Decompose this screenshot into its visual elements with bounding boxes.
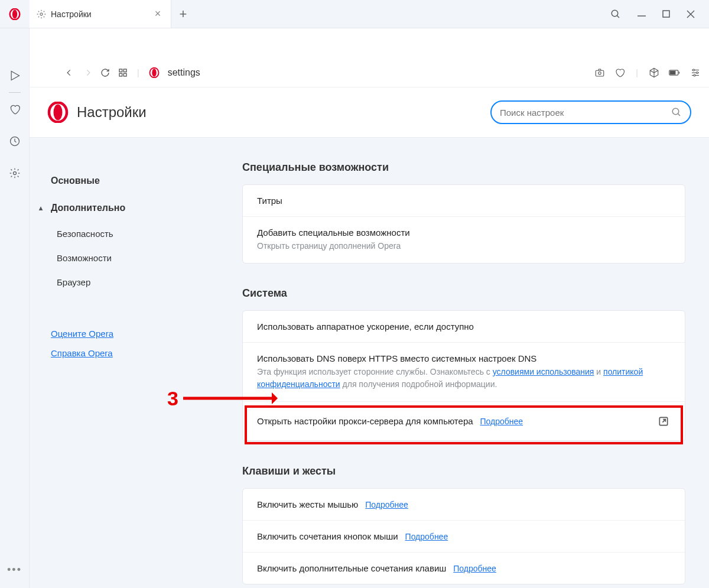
reload-button[interactable] <box>100 68 110 77</box>
heart-icon[interactable] <box>9 103 21 115</box>
row-advanced-shortcuts[interactable]: Включить дополнительные сочетания клавиш… <box>243 553 685 584</box>
row-dns-https[interactable]: Использовать DNS поверх HTTPS вместо сис… <box>243 343 685 402</box>
svg-rect-14 <box>119 73 122 76</box>
proxy-more-link[interactable]: Подробнее <box>480 417 523 426</box>
opera-logo-icon <box>149 67 160 78</box>
svg-point-3 <box>612 10 618 17</box>
play-icon[interactable] <box>9 70 21 82</box>
sidebar-item-security[interactable]: Безопасность <box>51 222 207 246</box>
tab-title: Настройки <box>51 9 147 19</box>
settings-main: Специальные возможности Титры Добавить с… <box>207 138 709 588</box>
row-captions[interactable]: Титры <box>243 185 685 217</box>
svg-rect-15 <box>123 73 126 76</box>
section-system-title: Система <box>242 287 685 300</box>
close-icon[interactable]: × <box>152 8 164 20</box>
search-input[interactable] <box>490 100 691 124</box>
system-card: Использовать аппаратное ускорение, если … <box>242 310 685 441</box>
row-rocker-gestures[interactable]: Включить сочетания кнопок мыши Подробнее <box>243 521 685 553</box>
browser-tab[interactable]: Настройки × <box>30 0 171 28</box>
speed-dial-icon[interactable] <box>118 68 128 77</box>
svg-rect-6 <box>663 11 669 17</box>
settings-rail-icon[interactable] <box>9 167 21 179</box>
history-icon[interactable] <box>9 135 21 147</box>
svg-point-30 <box>54 105 63 121</box>
section-accessibility-title: Специальные возможности <box>242 161 685 174</box>
svg-point-1 <box>12 9 17 18</box>
accessibility-card: Титры Добавить специальные возможности О… <box>242 184 685 264</box>
battery-icon[interactable] <box>669 69 681 77</box>
more-link[interactable]: Подробнее <box>365 500 408 509</box>
maximize-button[interactable] <box>662 10 670 18</box>
window-controls <box>610 0 709 28</box>
row-add-accessibility[interactable]: Добавить специальные возможности Открыть… <box>243 217 685 263</box>
snapshot-icon[interactable] <box>594 67 605 78</box>
row-proxy-settings[interactable]: Открыть настройки прокси-сервера для ком… <box>243 402 685 441</box>
back-button[interactable] <box>65 69 73 77</box>
url-text[interactable]: settings <box>168 67 200 78</box>
new-tab-button[interactable]: + <box>171 0 195 28</box>
svg-point-17 <box>152 69 157 77</box>
search-field[interactable] <box>500 108 671 118</box>
section-shortcuts-title: Клавиши и жесты <box>242 465 685 477</box>
svg-point-31 <box>672 108 679 115</box>
svg-rect-18 <box>596 70 604 76</box>
svg-rect-13 <box>123 69 126 72</box>
svg-rect-21 <box>671 71 675 74</box>
settings-header: Настройки <box>30 87 709 138</box>
search-icon <box>671 107 682 118</box>
more-link[interactable]: Подробнее <box>453 564 496 573</box>
row-hardware-accel[interactable]: Использовать аппаратное ускорение, если … <box>243 311 685 343</box>
external-link-icon[interactable] <box>658 415 669 427</box>
page-title: Настройки <box>77 104 147 121</box>
sidebar-item-browser[interactable]: Браузер <box>51 270 207 294</box>
search-icon[interactable] <box>610 9 621 20</box>
opera-logo-icon <box>47 102 69 123</box>
svg-point-27 <box>697 72 698 73</box>
callout-arrow <box>183 391 278 405</box>
sidebar-item-advanced[interactable]: Дополнительно <box>51 194 207 222</box>
easy-setup-icon[interactable] <box>690 67 701 78</box>
svg-line-32 <box>678 113 680 116</box>
svg-line-4 <box>617 15 619 18</box>
minimize-button[interactable] <box>638 10 646 18</box>
gear-icon <box>37 9 46 19</box>
left-rail: ••• <box>0 28 30 588</box>
svg-point-26 <box>693 69 695 71</box>
shortcuts-card: Включить жесты мышью Подробнее Включить … <box>242 488 685 584</box>
svg-rect-12 <box>119 69 122 72</box>
svg-point-28 <box>694 74 695 76</box>
svg-marker-35 <box>272 392 278 404</box>
close-window-button[interactable] <box>687 10 695 18</box>
bookmark-heart-icon[interactable] <box>614 67 625 78</box>
sidebar-item-features[interactable]: Возможности <box>51 246 207 270</box>
svg-point-2 <box>40 13 43 15</box>
forward-button[interactable] <box>84 69 92 77</box>
settings-sidebar: Основные Дополнительно Безопасность Возм… <box>30 138 207 588</box>
sidebar-link-rate[interactable]: Оцените Opera <box>51 324 207 343</box>
address-bar: | settings | <box>30 58 709 87</box>
svg-point-11 <box>13 172 16 175</box>
more-icon[interactable]: ••• <box>7 564 22 576</box>
sidebar-item-basic[interactable]: Основные <box>51 167 207 194</box>
row-mouse-gestures[interactable]: Включить жесты мышью Подробнее <box>243 489 685 521</box>
svg-point-19 <box>599 72 601 74</box>
terms-link[interactable]: условиями использования <box>493 367 594 376</box>
opera-app-icon <box>0 0 30 28</box>
titlebar: Настройки × + <box>0 0 709 28</box>
more-link[interactable]: Подробнее <box>405 532 448 541</box>
rail-separator <box>9 92 21 93</box>
cube-icon[interactable] <box>649 67 659 78</box>
sidebar-link-help[interactable]: Справка Opera <box>51 343 207 363</box>
callout-number: 3 <box>167 387 178 410</box>
svg-marker-9 <box>11 72 19 80</box>
